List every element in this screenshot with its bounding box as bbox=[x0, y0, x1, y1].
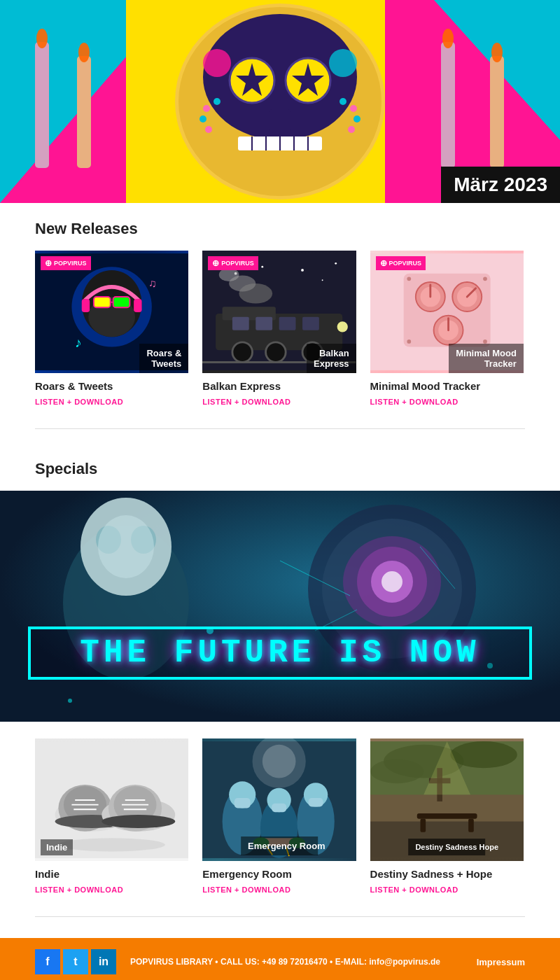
svg-text:♪: ♪ bbox=[75, 335, 82, 350]
svg-rect-12 bbox=[270, 108, 290, 133]
roars-download-link[interactable]: LISTEN + DOWNLOAD bbox=[35, 398, 123, 406]
svg-rect-31 bbox=[441, 42, 455, 168]
svg-text:♫: ♫ bbox=[148, 277, 156, 289]
impressum-link[interactable]: Impressum bbox=[477, 957, 525, 967]
album-card-balkan: ⊕ POPVIRUS BalkanExpress Balkan Express … bbox=[202, 251, 356, 407]
specials-section: Specials bbox=[0, 443, 560, 478]
svg-point-50 bbox=[262, 266, 264, 268]
specials-banner-art bbox=[0, 491, 560, 722]
svg-point-81 bbox=[407, 340, 411, 344]
album-card-emergency: Emergency Room Emergency Room LISTEN + D… bbox=[202, 738, 356, 895]
album-thumb-mood: ⊕ POPVIRUS Minimal MoodTracker bbox=[370, 251, 524, 373]
footer-info: POPVIRUS LIBRARY • CALL US: +49 89 72016… bbox=[130, 957, 477, 967]
svg-point-25 bbox=[354, 115, 360, 122]
specials-grid: Indie Indie LISTEN + DOWNLOAD bbox=[35, 738, 525, 895]
mood-download-link[interactable]: LISTEN + DOWNLOAD bbox=[370, 398, 458, 406]
facebook-icon[interactable]: f bbox=[35, 949, 60, 974]
svg-point-52 bbox=[335, 262, 337, 265]
album-thumb-emergency: Emergency Room bbox=[202, 738, 356, 861]
svg-rect-62 bbox=[302, 317, 319, 330]
balkan-download-link[interactable]: LISTEN + DOWNLOAD bbox=[202, 398, 290, 406]
svg-point-80 bbox=[483, 276, 487, 281]
svg-point-36 bbox=[491, 43, 503, 62]
svg-point-51 bbox=[301, 269, 304, 272]
destiny-download-link[interactable]: LISTEN + DOWNLOAD bbox=[370, 886, 458, 894]
indie-title: Indie bbox=[35, 868, 188, 880]
divider-2 bbox=[35, 916, 525, 917]
footer: f t in POPVIRUS LIBRARY • CALL US: +49 8… bbox=[0, 938, 560, 980]
roars-overlay-text: Roars &Tweets bbox=[139, 344, 188, 373]
album-thumb-balkan: ⊕ POPVIRUS BalkanExpress bbox=[202, 251, 356, 373]
svg-point-63 bbox=[232, 342, 253, 363]
new-releases-section: New Releases bbox=[0, 203, 560, 414]
svg-rect-125 bbox=[272, 804, 286, 812]
album-card-indie: Indie Indie LISTEN + DOWNLOAD bbox=[35, 738, 188, 895]
emergency-download-link[interactable]: LISTEN + DOWNLOAD bbox=[202, 886, 290, 894]
svg-point-102 bbox=[58, 838, 165, 851]
emergency-title: Emergency Room bbox=[202, 868, 356, 880]
destiny-overlay-text: Destiny Sadness Hope bbox=[408, 839, 485, 855]
balkan-title: Balkan Express bbox=[202, 380, 356, 392]
svg-rect-128 bbox=[309, 798, 323, 806]
svg-rect-41 bbox=[94, 297, 111, 307]
hero-date-badge: März 2023 bbox=[441, 167, 560, 203]
svg-point-23 bbox=[340, 98, 346, 105]
specials-banner[interactable]: THE FUTURE IS NOW bbox=[0, 491, 560, 722]
new-releases-grid: ♪ ♫ ⊕ POPVIRUS Roars &Tweets Roars & Twe… bbox=[35, 251, 525, 407]
balkan-overlay-text: BalkanExpress bbox=[307, 344, 356, 373]
new-releases-title: New Releases bbox=[35, 220, 525, 238]
specials-albums-section: Indie Indie LISTEN + DOWNLOAD bbox=[0, 722, 560, 902]
svg-rect-32 bbox=[490, 56, 504, 168]
destiny-title: Destiny Sadness + Hope bbox=[370, 868, 524, 880]
svg-rect-44 bbox=[82, 299, 90, 312]
svg-point-35 bbox=[442, 29, 454, 48]
svg-rect-45 bbox=[134, 299, 141, 312]
svg-point-20 bbox=[203, 105, 210, 112]
roars-title: Roars & Tweets bbox=[35, 380, 188, 392]
svg-rect-141 bbox=[416, 813, 477, 819]
svg-rect-142 bbox=[420, 819, 426, 832]
album-thumb-destiny: Destiny Sadness Hope bbox=[370, 738, 524, 861]
specials-title: Specials bbox=[35, 460, 525, 478]
svg-point-119 bbox=[262, 745, 296, 778]
svg-rect-30 bbox=[77, 56, 91, 168]
svg-point-88 bbox=[98, 515, 154, 578]
svg-point-100 bbox=[68, 699, 72, 703]
divider-1 bbox=[35, 428, 525, 429]
future-text: THE FUTURE IS NOW bbox=[28, 626, 532, 680]
popvirus-badge-mood: ⊕ POPVIRUS bbox=[376, 256, 426, 270]
mood-title: Minimal Mood Tracker bbox=[370, 380, 524, 392]
linkedin-icon[interactable]: in bbox=[91, 949, 116, 974]
indie-download-link[interactable]: LISTEN + DOWNLOAD bbox=[35, 886, 123, 894]
svg-point-21 bbox=[200, 115, 206, 122]
album-thumb-indie: Indie bbox=[35, 738, 188, 861]
svg-point-26 bbox=[348, 126, 355, 133]
svg-point-53 bbox=[322, 279, 323, 281]
svg-point-33 bbox=[36, 29, 48, 48]
svg-point-22 bbox=[205, 126, 212, 133]
album-card-mood: ⊕ POPVIRUS Minimal MoodTracker Minimal M… bbox=[370, 251, 524, 407]
svg-point-67 bbox=[337, 321, 348, 332]
svg-rect-60 bbox=[256, 317, 273, 330]
svg-point-94 bbox=[382, 571, 402, 592]
svg-rect-59 bbox=[232, 317, 249, 330]
svg-point-82 bbox=[483, 340, 487, 344]
svg-point-28 bbox=[329, 49, 357, 77]
svg-point-138 bbox=[450, 741, 517, 768]
svg-rect-143 bbox=[468, 819, 474, 832]
twitter-icon[interactable]: t bbox=[63, 949, 88, 974]
emergency-overlay-text: Emergency Room bbox=[241, 836, 318, 855]
popvirus-badge-roars: ⊕ POPVIRUS bbox=[41, 256, 91, 270]
hero-banner: März 2023 bbox=[0, 0, 560, 203]
album-card-destiny: Destiny Sadness Hope Destiny Sadness + H… bbox=[370, 738, 524, 895]
svg-point-79 bbox=[407, 276, 411, 281]
social-icons: f t in bbox=[35, 949, 116, 974]
svg-point-19 bbox=[214, 98, 220, 105]
svg-rect-42 bbox=[113, 297, 130, 307]
svg-point-116 bbox=[102, 815, 175, 828]
svg-point-27 bbox=[203, 49, 231, 77]
album-card-roars: ♪ ♫ ⊕ POPVIRUS Roars &Tweets Roars & Twe… bbox=[35, 251, 188, 407]
popvirus-badge-balkan: ⊕ POPVIRUS bbox=[208, 256, 258, 270]
mood-overlay-text: Minimal MoodTracker bbox=[449, 344, 524, 373]
svg-point-64 bbox=[266, 342, 286, 363]
